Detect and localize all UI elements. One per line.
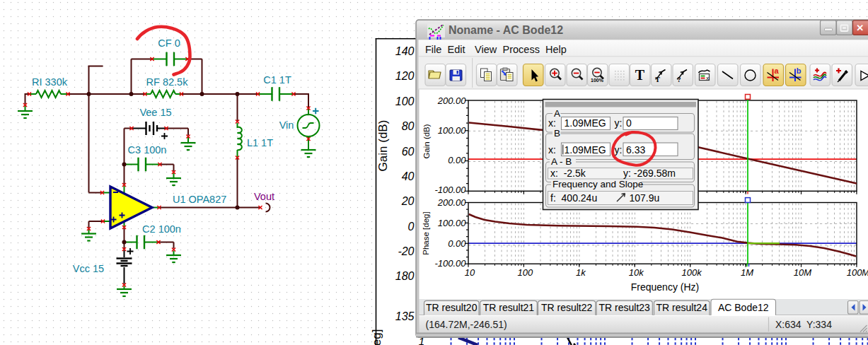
- svg-text:A - B: A - B: [551, 156, 572, 167]
- svg-text:Phase [deg]: Phase [deg]: [422, 211, 430, 255]
- svg-text:Vout: Vout: [254, 191, 274, 202]
- svg-text:10k: 10k: [629, 267, 644, 278]
- svg-text:0: 0: [626, 117, 632, 129]
- svg-text:0.00: 0.00: [448, 155, 466, 165]
- svg-text:10M: 10M: [794, 267, 811, 278]
- svg-text:1k: 1k: [576, 267, 586, 278]
- svg-text:Vee 15: Vee 15: [139, 107, 171, 118]
- svg-text:60: 60: [402, 146, 415, 158]
- svg-text:Gain (dB): Gain (dB): [422, 124, 431, 158]
- svg-text:Noname - AC Bode12: Noname - AC Bode12: [449, 24, 563, 36]
- svg-text:180: 180: [395, 270, 415, 282]
- svg-text:AC Bode12: AC Bode12: [718, 302, 769, 313]
- svg-text:T: T: [655, 76, 660, 83]
- svg-text:T: T: [635, 67, 645, 83]
- svg-text:x:: x:: [548, 117, 556, 129]
- svg-text:L1 1T: L1 1T: [247, 137, 273, 148]
- svg-text:a: a: [774, 66, 779, 75]
- svg-text:TR result22: TR result22: [541, 302, 593, 313]
- svg-text:1.09MEG: 1.09MEG: [565, 144, 606, 156]
- svg-text:Phase [deg]: Phase [deg]: [370, 329, 383, 345]
- svg-text:✕: ✕: [856, 23, 864, 33]
- svg-text:100.00: 100.00: [438, 218, 467, 228]
- svg-text:TR result20: TR result20: [426, 302, 478, 313]
- svg-text:Edit: Edit: [448, 44, 465, 55]
- svg-text:Help: Help: [545, 44, 567, 55]
- svg-text:1.09MEG: 1.09MEG: [565, 117, 606, 129]
- svg-text:-20: -20: [398, 245, 414, 257]
- svg-text:Process: Process: [503, 44, 540, 55]
- svg-text:?: ?: [678, 76, 681, 83]
- svg-text:100: 100: [518, 267, 533, 278]
- svg-text:Frequency (Hz): Frequency (Hz): [631, 281, 699, 293]
- svg-text:C1 1T: C1 1T: [263, 74, 291, 86]
- svg-text:TR result23: TR result23: [599, 302, 651, 313]
- svg-text:y:: y:: [615, 117, 623, 129]
- svg-text:View: View: [475, 44, 497, 55]
- svg-text:C3 100n: C3 100n: [128, 144, 167, 156]
- svg-text:RI 330k: RI 330k: [32, 76, 68, 88]
- svg-text:-100.00: -100.00: [434, 258, 466, 269]
- svg-text:C2 100n: C2 100n: [142, 223, 181, 235]
- svg-text:200.00: 200.00: [437, 197, 467, 208]
- svg-text:100k: 100k: [682, 267, 703, 278]
- svg-text:B: B: [554, 128, 560, 139]
- svg-text:U1 OPA827: U1 OPA827: [173, 194, 226, 205]
- svg-text:CF 0: CF 0: [158, 37, 180, 49]
- svg-text:Frequency and Slope: Frequency and Slope: [552, 179, 643, 189]
- svg-text:x: -2.5k: x: -2.5k: [550, 168, 586, 179]
- svg-text:6.33: 6.33: [626, 144, 645, 156]
- svg-text:40: 40: [402, 170, 415, 182]
- svg-text:b: b: [797, 66, 802, 75]
- svg-text:TR result21: TR result21: [483, 302, 535, 313]
- svg-text:100.00: 100.00: [438, 125, 467, 136]
- svg-text:100M: 100M: [847, 267, 868, 278]
- svg-text:135: 135: [395, 310, 415, 322]
- svg-text:x: x: [706, 75, 709, 81]
- svg-text:-100.00: -100.00: [434, 185, 466, 195]
- svg-text:File: File: [425, 44, 441, 55]
- svg-text:0: 0: [408, 221, 415, 233]
- svg-text:y: -269.58m: y: -269.58m: [623, 168, 676, 179]
- svg-text:80: 80: [402, 120, 415, 132]
- svg-text:Vin: Vin: [279, 119, 294, 131]
- svg-text:1M: 1M: [741, 267, 753, 278]
- svg-text:RF 82.5k: RF 82.5k: [146, 76, 189, 88]
- svg-text:Vcc 15: Vcc 15: [73, 263, 104, 274]
- svg-text:107.9u: 107.9u: [630, 192, 660, 204]
- svg-text:TR result24: TR result24: [656, 302, 708, 313]
- svg-text:20: 20: [401, 195, 415, 207]
- svg-text:200.00: 200.00: [437, 95, 467, 106]
- svg-text:y:: y:: [615, 144, 623, 156]
- svg-text:(164.72M,-246.51): (164.72M,-246.51): [426, 319, 507, 330]
- svg-text:100%: 100%: [591, 78, 604, 83]
- svg-text:0.00: 0.00: [448, 238, 466, 249]
- svg-text:140: 140: [395, 45, 415, 57]
- svg-text:Gain (dB): Gain (dB): [376, 120, 390, 172]
- svg-text:120: 120: [395, 70, 415, 82]
- svg-text:X:634 Y:334: X:634 Y:334: [775, 319, 832, 330]
- svg-text:100: 100: [395, 95, 415, 107]
- svg-text:10: 10: [465, 267, 475, 278]
- svg-text:x:: x:: [548, 144, 556, 156]
- svg-text:f: 400.24u: f: 400.24u: [550, 192, 597, 204]
